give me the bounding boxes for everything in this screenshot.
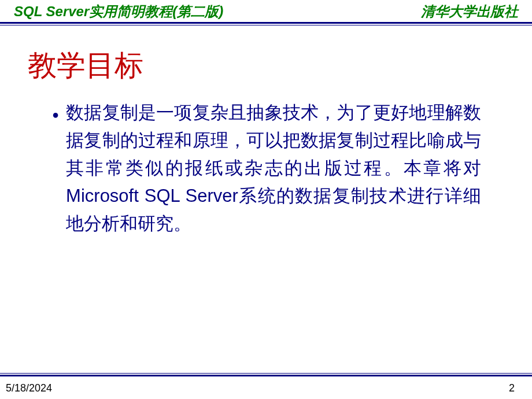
footer-divider-thin — [0, 373, 532, 374]
slide-title: 教学目标 — [0, 25, 532, 99]
footer-row: 5/18/2024 2 — [0, 376, 532, 399]
book-title: SQL Server实用简明教程(第二版) — [14, 2, 223, 21]
body-paragraph: 数据复制是一项复杂且抽象技术，为了更好地理解数据复制的过程和原理，可以把数据复制… — [66, 99, 481, 238]
bullet-marker-icon: ● — [52, 106, 59, 124]
footer-date: 5/18/2024 — [6, 382, 52, 394]
header-divider-thick — [0, 22, 532, 24]
publisher: 清华大学出版社 — [421, 2, 518, 21]
slide-content: ● 数据复制是一项复杂且抽象技术，为了更好地理解数据复制的过程和原理，可以把数据… — [0, 99, 532, 238]
slide-header: SQL Server实用简明教程(第二版) 清华大学出版社 — [0, 0, 532, 21]
page-number: 2 — [509, 382, 515, 394]
bullet-item: ● 数据复制是一项复杂且抽象技术，为了更好地理解数据复制的过程和原理，可以把数据… — [52, 99, 481, 238]
slide-footer: 5/18/2024 2 — [0, 373, 532, 399]
